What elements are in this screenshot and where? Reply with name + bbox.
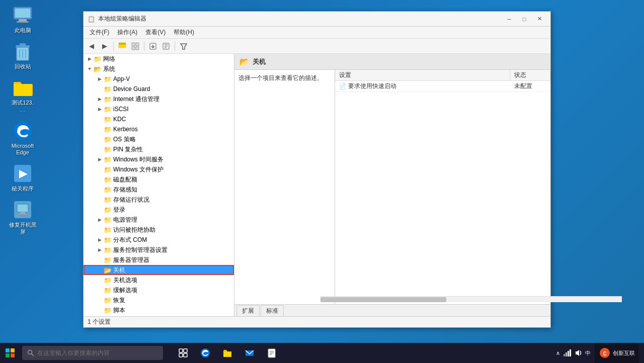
tree-toggle-internet-mgr[interactable]: ▶ (96, 95, 104, 103)
svg-rect-48 (568, 351, 569, 356)
tree-label-storage-sense: 存储感知 (113, 186, 137, 194)
tree-item-win-file[interactable]: 📁 Windows 文件保护 (84, 164, 234, 174)
tree-toggle-svc-ctrl[interactable]: ▶ (96, 246, 104, 254)
tree-label-appv: App-V (113, 75, 130, 82)
desktop-icon-shortcut[interactable]: ▶ 秘关程序 (5, 163, 40, 192)
folder-icon-system: 📂 (94, 65, 102, 73)
tree-item-disk-quota[interactable]: 📁 磁盘配额 (84, 174, 234, 185)
desktop-icon-this-pc[interactable]: 此电脑 (5, 5, 40, 34)
tree-item-storage-run[interactable]: 📁 存储运行状况 (84, 195, 234, 205)
tree-item-svc-mgr[interactable]: 📁 服务器管理器 (84, 255, 234, 265)
tree-label-win-time: Windows 时间服务 (113, 155, 164, 164)
tab-standard[interactable]: 标准 (261, 305, 284, 316)
tray-up-arrow[interactable]: ∧ (556, 350, 560, 356)
forward-button[interactable]: ▶ (99, 40, 111, 52)
tree-item-os-policy[interactable]: 📁 OS 策略 (84, 134, 234, 144)
tree-toggle-appv[interactable]: ▶ (96, 75, 104, 83)
tree-label-system: 系统 (103, 65, 115, 73)
scrollbar-thumb (335, 297, 446, 302)
volume-icon (574, 349, 582, 357)
table-row[interactable]: 📄 要求使用快速启动 未配置 (335, 81, 550, 92)
export-button[interactable] (147, 40, 159, 52)
tree-item-iscsi[interactable]: ▶ 📁 iSCSI (84, 104, 234, 114)
svg-text:▶: ▶ (19, 168, 28, 179)
tree-label-pin: PIN 复杂性 (113, 145, 143, 154)
right-panel-body: 选择一个项目来查看它的描述。 设置 状态 📄 要 (234, 70, 550, 304)
menu-action[interactable]: 操作(A) (113, 27, 141, 38)
tree-item-scripts[interactable]: 📁 脚本 (84, 305, 234, 315)
desktop-icons: 此电脑 回收站 (5, 5, 40, 235)
taskbar-explorer-button[interactable] (217, 343, 237, 363)
desktop-icon-recycle-label: 回收站 (15, 63, 31, 70)
desktop: 此电脑 回收站 (0, 0, 644, 363)
tree-item-shutdown[interactable]: 📂 关机 (84, 265, 234, 275)
tree-toggle-dist-com[interactable]: ▶ (96, 236, 104, 244)
desktop-icon-edge[interactable]: Microsoft Edge (5, 121, 40, 156)
properties-button[interactable] (160, 40, 172, 52)
folder-icon-disk-quota: 📁 (104, 176, 112, 184)
taskbar-mail-button[interactable] (239, 343, 260, 363)
tree-item-login[interactable]: 📁 登录 (84, 205, 234, 215)
tree-item-pin[interactable]: 📁 PIN 复杂性 (84, 144, 234, 154)
filter-button[interactable] (178, 40, 190, 52)
repair-icon (13, 200, 33, 220)
horizontal-scrollbar[interactable] (335, 296, 550, 302)
tree-toggle-network[interactable]: ▶ (86, 55, 94, 63)
folder-icon-dist-com: 📁 (104, 236, 112, 244)
folder-icon-login: 📁 (104, 206, 112, 214)
tree-toggle-win-time[interactable]: ▶ (96, 155, 104, 163)
tree-item-shutdown-opts[interactable]: 📁 关机选项 (84, 275, 234, 285)
back-button[interactable]: ◀ (86, 40, 98, 52)
tree-label-shutdown: 关机 (113, 266, 125, 275)
tree-item-system[interactable]: ▼ 📂 系统 (84, 64, 234, 74)
tree-item-device-guard[interactable]: ▶ 📁 Device Guard (84, 84, 234, 94)
tab-expand[interactable]: 扩展 (236, 305, 260, 316)
svg-rect-49 (570, 349, 571, 356)
close-button[interactable]: ✕ (532, 14, 546, 25)
search-input[interactable] (37, 349, 158, 356)
start-button[interactable] (0, 343, 20, 363)
tree-item-dist-com[interactable]: ▶ 📁 分布式 COM (84, 235, 234, 245)
tree-toggle-power[interactable]: ▶ (96, 216, 104, 224)
taskbar-notepad-button[interactable] (262, 343, 282, 363)
folder-icon-win-time: 📁 (104, 156, 112, 163)
desktop-icon-test[interactable]: 测试123. . . (5, 77, 40, 113)
maximize-button[interactable]: □ (517, 14, 531, 25)
content-panel: 设置 状态 📄 要求使用快速启动 未配置 (335, 70, 550, 304)
tree-item-debug-opts[interactable]: 📁 缓解选项 (84, 285, 234, 295)
desktop-icon-repair[interactable]: 修复开机黑 屏 (5, 200, 40, 235)
toolbar-separator-3 (175, 42, 175, 51)
tree-item-win-time[interactable]: ▶ 📁 Windows 时间服务 (84, 154, 234, 164)
taskbar-edge-button[interactable] (195, 343, 215, 363)
tree-item-internet-mgr[interactable]: ▶ 📁 Internet 通信管理 (84, 94, 234, 104)
menu-file[interactable]: 文件(F) (86, 27, 113, 38)
task-view-button[interactable] (173, 343, 193, 363)
menu-help[interactable]: 帮助(H) (170, 27, 198, 38)
tree-item-appv[interactable]: ▶ 📁 App-V (84, 74, 234, 84)
desktop-icon-recycle[interactable]: 回收站 (5, 41, 40, 70)
folder-icon-network: 📁 (94, 55, 102, 63)
folder-icon-win-file: 📁 (104, 166, 112, 173)
cell-setting: 📄 要求使用快速启动 (335, 82, 510, 90)
folder-icon-storage-run: 📁 (104, 196, 112, 204)
minimize-button[interactable]: ─ (502, 14, 516, 25)
taskbar-search[interactable] (22, 346, 163, 360)
up-button[interactable] (116, 40, 128, 52)
tree-item-kdc[interactable]: 📁 KDC (84, 114, 234, 124)
tree-item-storage-sense[interactable]: 📁 存储感知 (84, 185, 234, 195)
menu-view[interactable]: 查看(V) (141, 27, 170, 38)
tree-item-network[interactable]: ▶ 📁 网络 (84, 54, 234, 64)
tree-toggle-system[interactable]: ▼ (86, 65, 94, 73)
brand-icon: C (599, 347, 611, 359)
tree-item-power[interactable]: ▶ 📁 电源管理 (84, 215, 234, 225)
folder-icon-pin: 📁 (104, 146, 112, 153)
folder-icon-appv: 📁 (104, 75, 112, 83)
tree-toggle-iscsi[interactable]: ▶ (96, 105, 104, 113)
folder-icon-os-policy: 📁 (104, 136, 112, 143)
folder-icon-power: 📁 (104, 216, 112, 224)
tree-item-svc-ctrl[interactable]: ▶ 📁 服务控制管理器设置 (84, 245, 234, 255)
details-button[interactable] (129, 40, 141, 52)
tree-item-recovery[interactable]: 📁 恢复 (84, 295, 234, 305)
tree-item-access-deny[interactable]: 📁 访问被拒绝协助 (84, 225, 234, 235)
tree-item-kerberos[interactable]: 📁 Kerberos (84, 124, 234, 134)
